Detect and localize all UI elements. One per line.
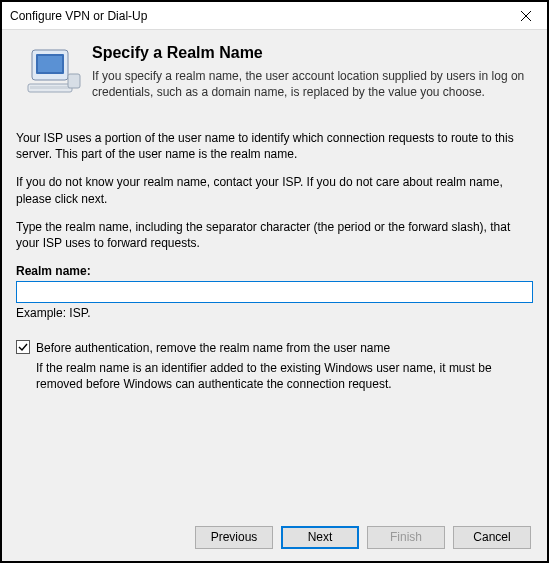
wizard-header: Specify a Realm Name If you specify a re… — [2, 30, 547, 114]
finish-button: Finish — [367, 526, 445, 549]
page-title: Specify a Realm Name — [92, 44, 525, 62]
titlebar: Configure VPN or Dial-Up — [2, 2, 547, 30]
svg-rect-6 — [30, 86, 70, 89]
window-title: Configure VPN or Dial-Up — [10, 9, 505, 23]
page-subtitle: If you specify a realm name, the user ac… — [92, 68, 525, 100]
header-text: Specify a Realm Name If you specify a re… — [92, 44, 525, 102]
svg-rect-7 — [68, 74, 80, 88]
remove-realm-checkbox[interactable] — [16, 340, 30, 354]
remove-realm-description: If the realm name is an identifier added… — [36, 360, 533, 392]
intro-paragraph-2: If you do not know your realm name, cont… — [16, 174, 533, 206]
realm-name-example: Example: ISP. — [16, 305, 533, 321]
realm-name-input[interactable] — [16, 281, 533, 303]
computer-icon — [24, 44, 82, 102]
intro-paragraph-3: Type the realm name, including the separ… — [16, 219, 533, 251]
svg-rect-4 — [38, 56, 62, 72]
close-button[interactable] — [505, 2, 547, 29]
next-button[interactable]: Next — [281, 526, 359, 549]
wizard-body: Your ISP uses a portion of the user name… — [2, 114, 547, 513]
realm-name-label: Realm name: — [16, 263, 533, 279]
remove-realm-checkbox-row: Before authentication, remove the realm … — [16, 340, 533, 356]
cancel-button[interactable]: Cancel — [453, 526, 531, 549]
previous-button[interactable]: Previous — [195, 526, 273, 549]
remove-realm-checkbox-label: Before authentication, remove the realm … — [36, 340, 390, 356]
intro-paragraph-1: Your ISP uses a portion of the user name… — [16, 130, 533, 162]
checkmark-icon — [18, 342, 28, 352]
wizard-footer: Previous Next Finish Cancel — [2, 513, 547, 561]
close-icon — [521, 11, 531, 21]
wizard-window: Configure VPN or Dial-Up Specify a Realm… — [0, 0, 549, 563]
